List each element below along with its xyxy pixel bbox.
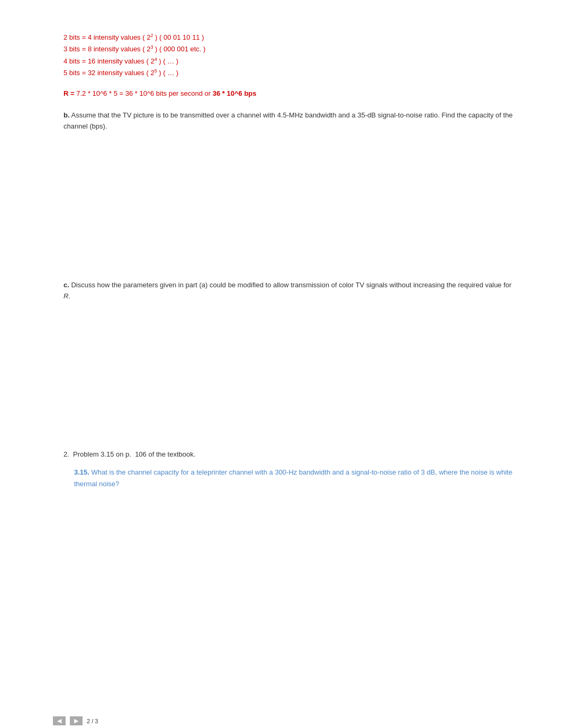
- part-b-section: b. Assume that the TV picture is to be t…: [64, 110, 519, 132]
- part-c-label: c.: [64, 281, 69, 289]
- next-button[interactable]: ▶: [70, 716, 83, 725]
- footer-nav[interactable]: ◀ ▶ 2 / 3: [53, 716, 98, 725]
- prev-button[interactable]: ◀: [53, 716, 66, 725]
- italic-r: R: [64, 292, 68, 300]
- part-c-content: c. Discuss how the parameters given in p…: [64, 280, 519, 302]
- part-b-label: b.: [64, 111, 70, 119]
- intensity-line-4: 5 bits = 32 intensity values ( 25 ) ( … …: [64, 67, 519, 79]
- part-b-text: Assume that the TV picture is to be tran…: [64, 111, 513, 130]
- intensity-lines-block: 2 bits = 4 intensity values ( 22 ) ( 00 …: [64, 32, 519, 79]
- content-area: 2 bits = 4 intensity values ( 22 ) ( 00 …: [64, 32, 519, 490]
- intensity-line-2: 3 bits = 8 intensity values ( 23 ) ( 000…: [64, 43, 519, 55]
- page-indicator: 2 / 3: [87, 718, 98, 724]
- problem-315-block: 3.15. What is the channel capacity for a…: [74, 467, 519, 490]
- part-b-content: b. Assume that the TV picture is to be t…: [64, 110, 519, 132]
- problem-315-label: 3.15.: [74, 468, 89, 476]
- problem-2-header: 2. Problem 3.15 on p. 106 of the textboo…: [64, 450, 519, 458]
- rate-line: R = 7.2 * 10^6 * 5 = 36 * 10^6 bits per …: [64, 88, 519, 99]
- intensity-line-3: 4 bits = 16 intensity values ( 24 ) ( … …: [64, 56, 519, 67]
- intensity-line-1: 2 bits = 4 intensity values ( 22 ) ( 00 …: [64, 32, 519, 43]
- part-c-text: Discuss how the parameters given in part…: [64, 281, 512, 300]
- problem-315-text: What is the channel capacity for a telep…: [74, 468, 512, 488]
- part-c-section: c. Discuss how the parameters given in p…: [64, 280, 519, 302]
